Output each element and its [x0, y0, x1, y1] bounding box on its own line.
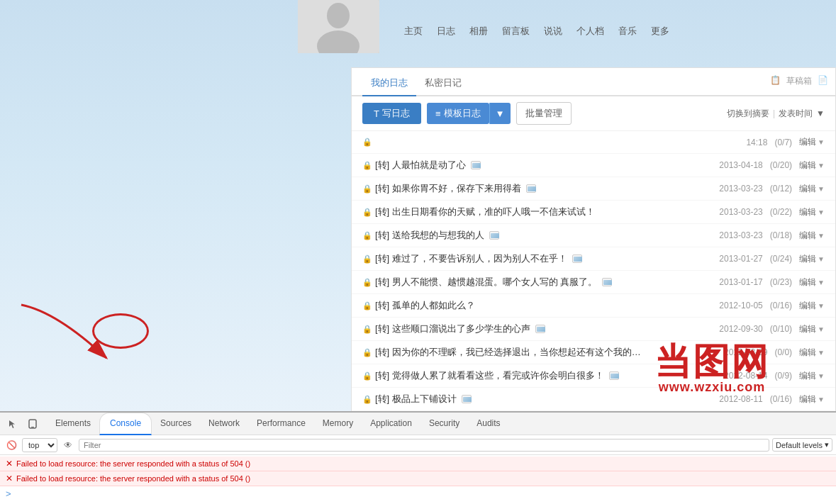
write-btn[interactable]: T 写日志 — [362, 103, 421, 124]
draft-label[interactable]: 草稿箱 — [786, 75, 812, 87]
blog-title-10[interactable]: 🔒 [转] 觉得做人累了就看看这些，看完或许你会明白很多！ — [362, 369, 724, 382]
edit-btn-6[interactable]: 编辑 — [799, 276, 816, 289]
console-context-select[interactable]: top — [22, 438, 57, 452]
blog-stats-0: (0/7) — [774, 138, 792, 147]
img-icon-10 — [609, 371, 619, 380]
blog-text-10: [转] 觉得做人累了就看看这些，看完或许你会明白很多！ — [375, 369, 604, 382]
edit-dropdown-9[interactable]: ▼ — [818, 349, 825, 357]
blog-actions-1: 编辑 ▼ — [799, 159, 825, 172]
blog-title-8[interactable]: 🔒 [转] 这些顺口溜说出了多少学生的心声 — [362, 323, 719, 335]
edit-dropdown-11[interactable]: ▼ — [818, 396, 825, 403]
nav-diary[interactable]: 日志 — [437, 25, 455, 38]
nav-profile[interactable]: 个人档 — [576, 25, 604, 38]
blog-stats-8: (0/10) — [770, 324, 792, 334]
blog-title-4[interactable]: 🔒 [转] 送给我想的与想我的人 — [362, 229, 719, 242]
edit-dropdown-7[interactable]: ▼ — [818, 302, 825, 310]
switch-summary[interactable]: 切换到摘要 — [727, 108, 769, 120]
edit-btn-1[interactable]: 编辑 — [799, 159, 816, 172]
devtools-tab-memory[interactable]: Memory — [314, 413, 362, 435]
edit-dropdown-4[interactable]: ▼ — [818, 232, 825, 240]
lock-icon-2: 🔒 — [362, 184, 372, 194]
edit-dropdown-1[interactable]: ▼ — [818, 162, 825, 169]
edit-dropdown-5[interactable]: ▼ — [818, 255, 825, 263]
img-icon-8 — [535, 325, 545, 333]
blog-stats-3: (0/22) — [770, 207, 792, 217]
nav-home[interactable]: 主页 — [404, 25, 423, 38]
blog-title-2[interactable]: 🔒 [转] 如果你胃不好，保存下来用得着 — [362, 182, 719, 195]
blog-stats-6: (0/23) — [770, 277, 792, 287]
error-icon-0: ✕ — [6, 459, 13, 469]
sort-time[interactable]: 发表时间 — [779, 108, 813, 120]
edit-dropdown-0[interactable]: ▼ — [818, 138, 825, 146]
lock-icon-11: 🔒 — [362, 395, 372, 404]
edit-dropdown-3[interactable]: ▼ — [818, 208, 825, 216]
tab-private-diary[interactable]: 私密日记 — [416, 71, 470, 95]
edit-btn-9[interactable]: 编辑 — [799, 347, 816, 359]
console-levels-btn[interactable]: Default levels ▾ — [772, 438, 832, 452]
template-dropdown-btn[interactable]: ▼ — [489, 103, 511, 124]
nav-more[interactable]: 更多 — [651, 25, 669, 38]
edit-dropdown-6[interactable]: ▼ — [818, 279, 825, 286]
lock-icon-8: 🔒 — [362, 325, 372, 334]
blog-title-11[interactable]: 🔒 [转] 极品上下铺设计 — [362, 393, 719, 405]
blog-text-8: [转] 这些顺口溜说出了多少学生的心声 — [375, 323, 530, 335]
edit-dropdown-10[interactable]: ▼ — [818, 372, 825, 380]
lock-icon-3: 🔒 — [362, 208, 372, 217]
blog-item-2: 🔒 [转] 如果你胃不好，保存下来用得着 2013-03-23 (0/12) 编… — [352, 177, 835, 201]
sort-arrow[interactable]: ▼ — [816, 108, 825, 118]
console-eye-btn[interactable]: 👁 — [60, 437, 76, 453]
devtools-tab-audits[interactable]: Audits — [468, 413, 508, 435]
edit-btn-0[interactable]: 编辑 — [799, 136, 816, 148]
blog-actions-2: 编辑 ▼ — [799, 183, 825, 195]
template-btn[interactable]: ≡ 模板日志 — [427, 103, 489, 124]
blog-title-7[interactable]: 🔒 [转] 孤单的人都如此么？ — [362, 299, 719, 312]
devtools-mobile-btn[interactable] — [23, 415, 42, 433]
img-icon-6 — [602, 278, 612, 286]
blog-actions-5: 编辑 ▼ — [799, 253, 825, 265]
toolbar-right: 切换到摘要 | 发表时间 ▼ — [727, 108, 825, 120]
edit-btn-7[interactable]: 编辑 — [799, 300, 816, 312]
nav-album[interactable]: 相册 — [469, 25, 488, 38]
edit-dropdown-8[interactable]: ▼ — [818, 325, 825, 333]
devtools-tab-sources[interactable]: Sources — [152, 413, 200, 435]
devtools-tab-security[interactable]: Security — [420, 413, 468, 435]
blog-item-6: 🔒 [转] 男人不能惯、越惯越混蛋。哪个女人写的 真服了。 2013-01-17… — [352, 271, 835, 294]
blog-title-0[interactable]: 🔒 — [362, 138, 746, 147]
nav-guestbook[interactable]: 留言板 — [502, 25, 530, 38]
blog-title-6[interactable]: 🔒 [转] 男人不能惯、越惯越混蛋。哪个女人写的 真服了。 — [362, 276, 719, 289]
batch-btn[interactable]: 批量管理 — [516, 102, 572, 125]
lock-icon-4: 🔒 — [362, 231, 372, 240]
console-clear-btn[interactable]: 🚫 — [4, 437, 19, 453]
edit-dropdown-2[interactable]: ▼ — [818, 185, 825, 193]
edit-btn-2[interactable]: 编辑 — [799, 183, 816, 195]
edit-btn-5[interactable]: 编辑 — [799, 253, 816, 265]
devtools-tab-network[interactable]: Network — [200, 413, 248, 435]
blog-title-1[interactable]: 🔒 [转] 人最怕就是动了心 — [362, 159, 719, 172]
devtools-tab-performance[interactable]: Performance — [248, 413, 314, 435]
console-filter-input[interactable] — [79, 439, 769, 452]
tab-icons: 📋 草稿箱 📄 — [770, 75, 828, 87]
blog-stats-1: (0/20) — [770, 160, 792, 170]
devtools-cursor-btn[interactable] — [4, 415, 22, 433]
devtools-tab-elements[interactable]: Elements — [47, 413, 99, 435]
tab-my-diary[interactable]: 我的日志 — [362, 71, 416, 96]
page-area: 主页 日志 相册 留言板 说说 个人档 音乐 更多 我的日志 私密日记 📋 草稿… — [0, 0, 836, 411]
default-levels-label: Default levels — [776, 441, 823, 449]
blog-title-9[interactable]: 🔒 [转] 因为你的不理睬，我已经选择退出，当你想起还有这个我的… — [362, 346, 724, 359]
edit-btn-4[interactable]: 编辑 — [799, 230, 816, 242]
cursor-icon — [8, 419, 18, 429]
blog-title-3[interactable]: 🔒 [转] 出生日期看你的天赋，准的吓人哦一不信来试试！ — [362, 206, 719, 218]
blog-title-5[interactable]: 🔒 [转] 难过了，不要告诉别人，因为别人不在乎！ — [362, 252, 719, 265]
nav-music[interactable]: 音乐 — [618, 25, 637, 38]
edit-btn-3[interactable]: 编辑 — [799, 206, 816, 218]
nav-status[interactable]: 说说 — [544, 25, 562, 38]
lock-icon-1: 🔒 — [362, 161, 372, 170]
edit-btn-8[interactable]: 编辑 — [799, 323, 816, 335]
red-arrow-annotation — [14, 298, 142, 383]
edit-btn-11[interactable]: 编辑 — [799, 393, 816, 405]
devtools-tab-application[interactable]: Application — [362, 413, 420, 435]
edit-btn-10[interactable]: 编辑 — [799, 370, 816, 382]
devtools-tab-console[interactable]: Console — [99, 413, 152, 435]
blog-actions-9: 编辑 ▼ — [799, 347, 825, 359]
console-bar: 🚫 top 👁 Default levels ▾ — [0, 435, 836, 455]
